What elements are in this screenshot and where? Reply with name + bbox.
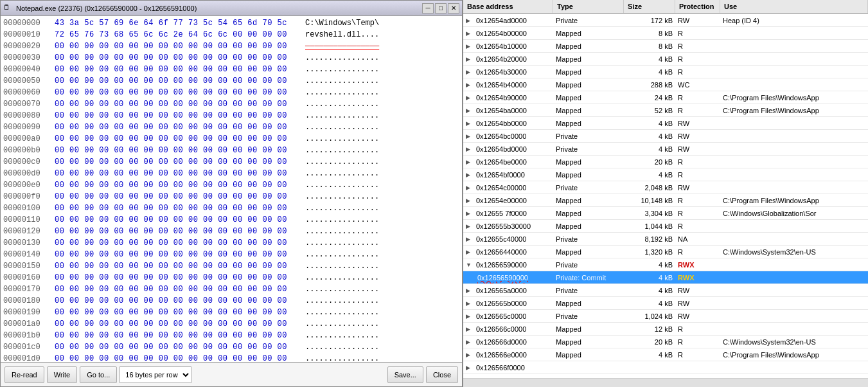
horizontal-scrollbar[interactable] — [463, 378, 868, 387]
hex-row[interactable]: 000001a000 00 00 00 00 00 00 00 00 00 00… — [1, 318, 462, 330]
table-row[interactable]: 0x12656590000Private: Commit4 kBRWX — [463, 271, 868, 284]
table-row[interactable]: ▶0x126565b0000Mapped4 kBRW — [463, 297, 868, 310]
expand-arrow-icon[interactable]: ▶ — [466, 43, 475, 50]
table-row[interactable]: ▶0x12654b00000Mapped8 kBR — [463, 27, 868, 40]
table-row[interactable]: ▶0x12654b90000Mapped24 kBRC:\Program Fil… — [463, 91, 868, 104]
hex-row[interactable]: 0000011000 00 00 00 00 00 00 00 00 00 00… — [1, 214, 462, 226]
hex-row[interactable]: 000000e000 00 00 00 00 00 00 00 00 00 00… — [1, 179, 462, 191]
expand-arrow-icon[interactable]: ▶ — [466, 133, 475, 140]
hex-row[interactable]: 0000010000 00 00 00 00 00 00 00 00 00 00… — [1, 203, 462, 214]
expand-arrow-icon[interactable]: ▶ — [466, 107, 475, 114]
expand-arrow-icon[interactable]: ▶ — [466, 197, 475, 204]
hex-row[interactable]: 000001c000 00 00 00 00 00 00 00 00 00 00… — [1, 341, 462, 353]
table-row[interactable]: ▶0x12654e00000Mapped10,148 kBRC:\Program… — [463, 194, 868, 207]
table-row[interactable]: ▶0x12654c00000Private2,048 kBRW — [463, 181, 868, 194]
minimize-button[interactable]: ─ — [422, 3, 434, 14]
hex-row[interactable]: 0000003000 00 00 00 00 00 00 00 00 00 00… — [1, 52, 462, 64]
expand-arrow-icon[interactable]: ▶ — [466, 210, 475, 217]
table-row[interactable]: ▶0x12656440000Mapped1,320 kBRC:\Windows\… — [463, 246, 868, 258]
hex-editor-panel: 🗒 Notepad.exe (22376) (0x12656590000 - 0… — [0, 0, 463, 387]
hex-row[interactable]: 0000004000 00 00 00 00 00 00 00 00 00 00… — [1, 64, 462, 75]
close-button[interactable]: ✕ — [448, 3, 459, 14]
hex-row[interactable]: 0000015000 00 00 00 00 00 00 00 00 00 00… — [1, 260, 462, 272]
hex-row[interactable]: 0000017000 00 00 00 00 00 00 00 00 00 00… — [1, 284, 462, 295]
restore-button[interactable]: □ — [435, 3, 447, 14]
expand-arrow-icon[interactable]: ▶ — [466, 30, 475, 37]
expand-arrow-icon[interactable]: ▶ — [466, 287, 475, 294]
hex-row[interactable]: 0000014000 00 00 00 00 00 00 00 00 00 00… — [1, 249, 462, 260]
save-button[interactable]: Save... — [387, 366, 423, 383]
expand-arrow-icon[interactable]: ▶ — [466, 172, 475, 178]
hex-row[interactable]: 0000016000 00 00 00 00 00 00 00 00 00 00… — [1, 272, 462, 284]
table-row[interactable]: ▶0x12654ad0000Private172 kBRWHeap (ID 4) — [463, 14, 868, 27]
expand-arrow-icon[interactable]: ▶ — [466, 159, 475, 165]
hex-bytes: 00 00 00 00 00 00 00 00 00 00 00 00 00 0… — [55, 181, 305, 190]
table-row[interactable]: ▶0x12654b40000Mapped288 kBWC — [463, 78, 868, 91]
table-row[interactable]: ▼0x12656590000Private4 kBRWX — [463, 258, 868, 271]
expand-arrow-icon[interactable]: ▶ — [466, 82, 475, 88]
table-row[interactable]: ▶0x12654b30000Mapped4 kBR — [463, 66, 868, 78]
expand-arrow-icon[interactable]: ▶ — [466, 146, 475, 152]
expand-arrow-icon[interactable]: ▶ — [466, 223, 475, 230]
write-button[interactable]: Write — [47, 366, 77, 383]
reread-button[interactable]: Re-read — [4, 366, 44, 383]
hex-row[interactable]: 0000007000 00 00 00 00 00 00 00 00 00 00… — [1, 98, 462, 110]
table-row[interactable]: ▶0x12654bc0000Private4 kBRW — [463, 130, 868, 143]
address-text: 0x126555b30000 — [476, 222, 531, 230]
expand-arrow-icon[interactable]: ▶ — [466, 69, 475, 75]
hex-row[interactable]: 000001d000 00 00 00 00 00 00 00 00 00 00… — [1, 353, 462, 362]
expand-arrow-icon[interactable]: ▶ — [466, 326, 475, 332]
expand-arrow-icon[interactable]: ▶ — [466, 56, 475, 62]
hex-row[interactable]: 0000019000 00 00 00 00 00 00 00 00 00 00… — [1, 307, 462, 318]
hex-row[interactable]: 0000018000 00 00 00 00 00 00 00 00 00 00… — [1, 295, 462, 307]
hex-row[interactable]: 000000a000 00 00 00 00 00 00 00 00 00 00… — [1, 133, 462, 145]
table-row[interactable]: ▶0x126565a0000Private4 kBRW — [463, 284, 868, 297]
collapse-arrow-icon[interactable]: ▼ — [466, 262, 475, 268]
hex-row[interactable]: 000000d000 00 00 00 00 00 00 00 00 00 00… — [1, 168, 462, 179]
expand-arrow-icon[interactable]: ▶ — [466, 300, 475, 307]
close-hex-button[interactable]: Close — [426, 366, 458, 383]
expand-arrow-icon[interactable]: ▶ — [466, 249, 475, 255]
table-row[interactable]: ▶0x12654b20000Mapped4 kBR — [463, 53, 868, 66]
expand-arrow-icon[interactable]: ▶ — [466, 364, 475, 371]
expand-arrow-icon[interactable]: ▶ — [466, 313, 475, 320]
hex-row[interactable]: 0000005000 00 00 00 00 00 00 00 00 00 00… — [1, 75, 462, 87]
table-row[interactable]: ▶0x12654ba0000Mapped52 kBRC:\Program Fil… — [463, 104, 868, 117]
table-row[interactable]: ▶0x12654be0000Mapped20 kBR — [463, 156, 868, 168]
expand-arrow-icon[interactable]: ▶ — [466, 184, 475, 191]
hex-row[interactable]: 000000f000 00 00 00 00 00 00 00 00 00 00… — [1, 191, 462, 203]
table-row[interactable]: ▶0x12654b10000Mapped8 kBR — [463, 40, 868, 53]
hex-row[interactable]: 0000013000 00 00 00 00 00 00 00 00 00 00… — [1, 237, 462, 249]
expand-arrow-icon[interactable]: ▶ — [466, 352, 475, 358]
table-row[interactable]: ▶0x126555b30000Mapped1,044 kBR — [463, 220, 868, 233]
expand-arrow-icon[interactable]: ▶ — [466, 339, 475, 345]
table-row[interactable]: ▶0x12654bf0000Mapped4 kBR — [463, 168, 868, 181]
hex-row[interactable]: 0000006000 00 00 00 00 00 00 00 00 00 00… — [1, 87, 462, 98]
expand-arrow-icon[interactable]: ▶ — [466, 94, 475, 101]
expand-arrow-icon[interactable]: ▶ — [466, 120, 475, 127]
table-row[interactable]: ▶0x12654bd0000Private4 kBRW — [463, 143, 868, 156]
hex-row[interactable]: 0000009000 00 00 00 00 00 00 00 00 00 00… — [1, 122, 462, 133]
table-row[interactable]: ▶0x126565c0000Private1,024 kBRW — [463, 310, 868, 323]
hex-row[interactable]: 000000c000 00 00 00 00 00 00 00 00 00 00… — [1, 156, 462, 168]
hex-row[interactable]: 0000008000 00 00 00 00 00 00 00 00 00 00… — [1, 110, 462, 122]
table-row[interactable]: ▶0x12654bb0000Mapped4 kBRW — [463, 117, 868, 130]
table-row[interactable]: ▶0x126566d0000Mapped20 kBRC:\Windows\Sys… — [463, 336, 868, 348]
hex-ascii: ................ — [305, 285, 395, 294]
hex-row[interactable]: 000001b000 00 00 00 00 00 00 00 00 00 00… — [1, 330, 462, 341]
table-row[interactable]: ▶0x126566f0000 — [463, 361, 868, 374]
goto-button[interactable]: Go to... — [80, 366, 117, 383]
expand-arrow-icon[interactable]: ▶ — [466, 17, 475, 24]
table-row[interactable]: ▶0x126566c0000Mapped12 kBR — [463, 323, 868, 336]
table-row[interactable]: ▶0x12655 7f0000Mapped3,304 kBRC:\Windows… — [463, 207, 868, 220]
hex-row[interactable]: 0000000043 3a 5c 57 69 6e 64 6f 77 73 5c… — [1, 17, 462, 29]
expand-arrow-icon[interactable]: ▶ — [466, 236, 475, 242]
hex-row[interactable]: 0000001072 65 76 73 68 65 6c 6c 2e 64 6c… — [1, 29, 462, 40]
row-size-select[interactable]: 16 bytes per row 8 bytes per row 32 byte… — [120, 366, 191, 383]
hex-row[interactable]: 0000012000 00 00 00 00 00 00 00 00 00 00… — [1, 226, 462, 237]
hex-row[interactable]: 000000b000 00 00 00 00 00 00 00 00 00 00… — [1, 145, 462, 156]
mem-row-type: Mapped — [553, 297, 624, 309]
hex-row[interactable]: 0000002000 00 00 00 00 00 00 00 00 00 00… — [1, 40, 462, 52]
table-row[interactable]: ▶0x126566e0000Mapped4 kBRC:\Program File… — [463, 348, 868, 361]
table-row[interactable]: ▶0x12655c40000Private8,192 kBNA — [463, 233, 868, 246]
